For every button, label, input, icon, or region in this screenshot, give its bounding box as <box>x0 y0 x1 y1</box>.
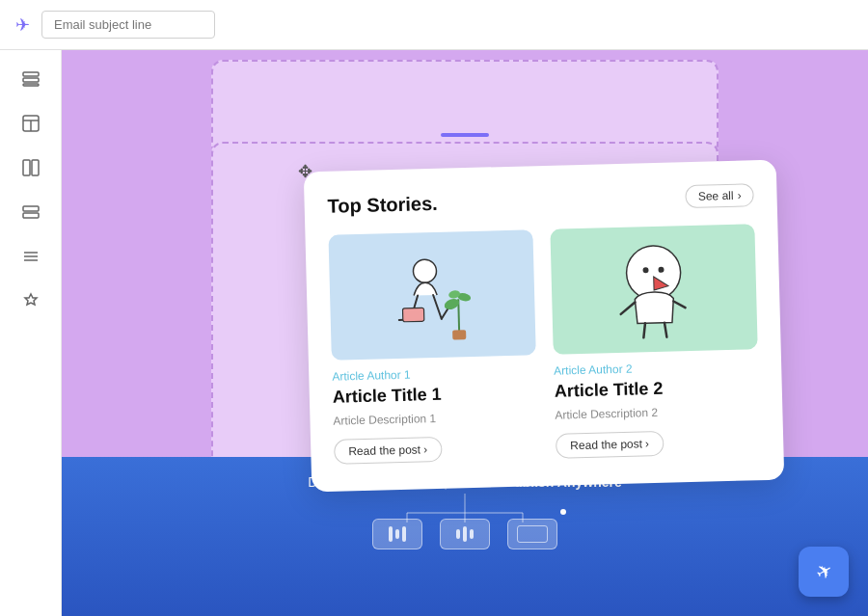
article-author-1: Article Author 1 <box>332 364 536 384</box>
svg-rect-6 <box>23 160 30 175</box>
chevron-right-icon: › <box>423 442 427 456</box>
article-image-1 <box>328 229 535 361</box>
sidebar-section-icon[interactable] <box>17 199 44 226</box>
article-desc-1: Article Description 1 <box>333 409 537 428</box>
article-desc-2: Article Description 2 <box>555 403 759 422</box>
svg-rect-1 <box>23 78 39 82</box>
svg-rect-0 <box>23 72 39 76</box>
svg-rect-2 <box>23 84 39 86</box>
svg-rect-14 <box>402 308 423 322</box>
node-bar-short <box>456 529 460 539</box>
article-item-2: Article Author 2 Article Title 2 Article… <box>550 224 760 458</box>
bottom-node-1 <box>372 519 422 549</box>
fab-send-button[interactable]: ✈ <box>799 547 849 597</box>
chevron-right-icon: › <box>737 189 741 202</box>
main-canvas: ✥ Top Stories. See all › <box>62 50 868 616</box>
send-icon: ✈ <box>811 557 837 585</box>
sidebar <box>0 50 62 616</box>
svg-point-13 <box>413 259 437 283</box>
email-subject-input[interactable] <box>41 11 215 39</box>
sidebar-plugin-icon[interactable] <box>17 287 44 314</box>
sidebar-columns-icon[interactable] <box>17 154 44 181</box>
article-card-header: Top Stories. See all › <box>327 183 753 218</box>
article-title-1: Article Title 1 <box>333 382 537 408</box>
bg-card-top-bar <box>441 133 489 137</box>
article-title-2: Article Title 2 <box>555 376 759 402</box>
article-item-1: Article Author 1 Article Title 1 Article… <box>328 229 538 464</box>
svg-rect-7 <box>32 160 39 175</box>
svg-rect-9 <box>23 213 39 218</box>
article-image-2 <box>550 224 757 355</box>
read-post-button-1[interactable]: Read the post › <box>334 436 442 464</box>
sidebar-rows-icon[interactable] <box>17 66 44 93</box>
bottom-node-2 <box>440 519 490 549</box>
sidebar-layout-icon[interactable] <box>17 110 44 137</box>
article-card: Top Stories. See all › <box>304 160 785 492</box>
see-all-button[interactable]: See all › <box>686 183 754 208</box>
active-tab-indicator <box>560 509 566 515</box>
article-card-title: Top Stories. <box>327 192 438 217</box>
node-bar <box>463 526 467 542</box>
read-post-button-2[interactable]: Read the post › <box>556 430 664 458</box>
node-bar <box>389 526 393 542</box>
article-author-2: Article Author 2 <box>554 359 758 378</box>
bottom-node-3 <box>507 519 557 549</box>
sidebar-divider-icon[interactable] <box>17 243 44 270</box>
top-bar: ✈ <box>0 0 868 50</box>
articles-grid: Article Author 1 Article Title 1 Article… <box>328 224 760 464</box>
svg-rect-19 <box>452 330 466 339</box>
node-bar <box>402 526 406 542</box>
node-bar-short <box>470 529 474 539</box>
logo-icon: ✈ <box>15 14 30 36</box>
node-bar-short <box>395 529 399 539</box>
chevron-right-icon: › <box>645 437 649 450</box>
svg-rect-8 <box>23 206 39 211</box>
